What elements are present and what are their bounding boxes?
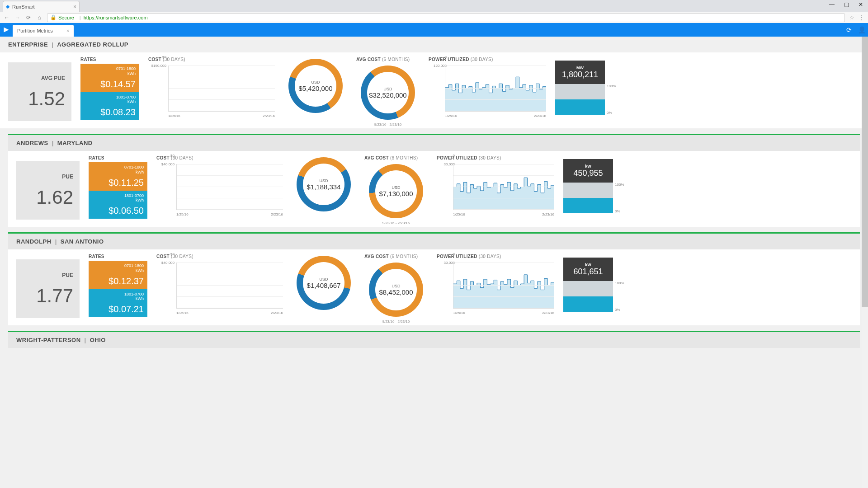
power-gauge: kW601,651100%0%: [563, 254, 626, 312]
tab-favicon: ◆: [6, 4, 9, 9]
maximize-icon[interactable]: ▢: [844, 1, 849, 8]
home-icon[interactable]: ⌂: [36, 14, 42, 21]
app-tab[interactable]: Partition Metrics ×: [13, 25, 74, 37]
star-icon[interactable]: ☆: [849, 14, 854, 21]
close-icon[interactable]: ×: [73, 4, 76, 10]
lock-icon: 🔒: [50, 14, 57, 20]
user-icon[interactable]: 👤: [855, 26, 868, 33]
minimize-icon[interactable]: —: [829, 1, 835, 8]
tab-title: RunSmart: [12, 4, 35, 9]
pue-label: PUE: [62, 272, 73, 278]
title-b: MARYLAND: [57, 140, 93, 146]
power-gauge: kW450,955100%0%: [563, 155, 626, 213]
forward-icon[interactable]: →: [14, 14, 21, 21]
app-header: Partition Metrics × ⟳ 👤: [0, 23, 868, 37]
rate-peak: 0701-1800kWh$0.11.25: [89, 162, 147, 191]
rate-offpeak: 1801-0700kWh$0.08.23: [80, 92, 139, 121]
address-bar[interactable]: 🔒 Secure | https://runsmartsoftware.com: [47, 13, 845, 22]
close-window-icon[interactable]: ✕: [858, 1, 863, 8]
pue-value: 1.62: [36, 188, 73, 207]
app-tab-label: Partition Metrics: [17, 28, 53, 33]
refresh-icon[interactable]: ⟳: [843, 26, 855, 33]
power-gauge: MW1,800,211100%0%: [555, 57, 618, 115]
section-title: WRIGHT-PATTERSON|OHIO: [8, 332, 860, 348]
rates-label: RATES: [80, 57, 139, 62]
browser-chrome: ◆ RunSmart × — ▢ ✕ ← → ⟳ ⌂ 🔒 Secure | ht…: [0, 0, 868, 23]
power-chart: POWER UTILIZED (30 DAYS)30,00001/25/162/…: [437, 254, 554, 315]
title-b: OHIO: [90, 337, 106, 343]
window-controls: — ▢ ✕: [829, 1, 863, 8]
rates-label: RATES: [89, 254, 147, 259]
section-title: ANDREWS|MARYLAND: [8, 135, 860, 151]
rate-offpeak: 1801-0700kWh$0.06.50: [89, 191, 147, 219]
title-a: WRIGHT-PATTERSON: [16, 337, 81, 343]
pue-value: 1.77: [36, 286, 73, 305]
section-title: RANDOLPH|SAN ANTONIO: [8, 234, 860, 249]
partition-randolph: RANDOLPH|SAN ANTONIOPUE1.77RATES0701-180…: [8, 232, 860, 325]
cost-chart: COST (30 DAYS)$40,000$01/25/162/23/16: [156, 254, 283, 315]
app-logo-icon[interactable]: [0, 23, 13, 37]
pue-label: AVG PUE: [41, 75, 65, 81]
cost-donut-30d: USD$1,408,667: [292, 254, 355, 310]
rates-block: RATES0701-1800kWh$0.12.371801-0700kWh$0.…: [89, 254, 147, 317]
metrics-panel: PUE1.62RATES0701-1800kWh$0.11.251801-070…: [8, 151, 860, 227]
title-a: ENTERPRISE: [8, 41, 48, 48]
power-chart: POWER UTILIZED (30 DAYS)30,00001/25/162/…: [437, 155, 554, 216]
rate-peak: 0701-1800kWh$0.14.57: [80, 64, 139, 92]
rates-block: RATES0701-1800kWh$0.11.251801-0700kWh$0.…: [89, 155, 147, 219]
section-title: ENTERPRISE|AGGREGATED ROLLUP: [0, 37, 868, 52]
menu-icon[interactable]: ⋮: [859, 14, 864, 21]
browser-tab[interactable]: ◆ RunSmart ×: [3, 1, 80, 12]
back-icon[interactable]: ←: [4, 14, 10, 21]
title-a: ANDREWS: [16, 140, 48, 146]
cost-chart: COST (30 DAYS)$190,000$01/25/162/23/16: [148, 57, 275, 118]
rates-block: RATES0701-1800kWh$0.14.571801-0700kWh$0.…: [80, 57, 139, 120]
url-text: https://runsmartsoftware.com: [84, 15, 148, 20]
close-icon[interactable]: ×: [66, 28, 69, 33]
rate-peak: 0701-1800kWh$0.12.37: [89, 261, 147, 289]
metrics-panel: PUE1.77RATES0701-1800kWh$0.12.371801-070…: [8, 249, 860, 325]
cost-chart: COST (30 DAYS)$40,000$01/25/162/23/16: [156, 155, 283, 216]
pue-tile: PUE1.77: [16, 254, 80, 318]
title-a: RANDOLPH: [16, 238, 52, 245]
title-b: AGGREGATED ROLLUP: [57, 41, 128, 48]
cost-donut-30d: USD$5,420,000: [284, 57, 347, 113]
page-body[interactable]: ENTERPRISE|AGGREGATED ROLLUPAVG PUE1.52R…: [0, 37, 868, 488]
power-chart: POWER UTILIZED (30 DAYS)120,00001/25/162…: [429, 57, 546, 118]
rates-label: RATES: [89, 155, 147, 160]
partition-wright: WRIGHT-PATTERSON|OHIO: [8, 331, 860, 348]
pue-value: 1.52: [28, 89, 65, 108]
rate-offpeak: 1801-0700kWh$0.07.21: [89, 289, 147, 318]
pue-tile: PUE1.62: [16, 155, 80, 220]
scrollbar[interactable]: [862, 37, 868, 488]
reload-icon[interactable]: ⟳: [25, 14, 32, 21]
title-b: SAN ANTONIO: [61, 238, 104, 245]
avg-cost-donut-6m: AVG COST (6 MONTHS)USD$7,130,0009/23/16 …: [364, 155, 428, 225]
avg-cost-donut-6m: AVG COST (6 MONTHS)USD$32,520,0009/23/16…: [356, 57, 420, 127]
secure-label: Secure: [58, 15, 74, 20]
avg-cost-donut-6m: AVG COST (6 MONTHS)USD$8,452,0009/23/16 …: [364, 254, 428, 324]
pue-label: PUE: [62, 174, 73, 180]
partition-andrews: ANDREWS|MARYLANDPUE1.62RATES0701-1800kWh…: [8, 134, 860, 227]
metrics-panel: AVG PUE1.52RATES0701-1800kWh$0.14.571801…: [0, 52, 868, 128]
cost-donut-30d: USD$1,188,334: [292, 155, 355, 211]
pue-tile: AVG PUE1.52: [8, 57, 71, 121]
